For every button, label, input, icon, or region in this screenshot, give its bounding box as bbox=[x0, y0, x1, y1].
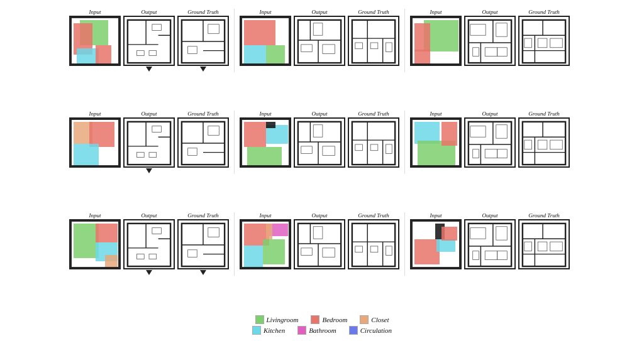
panel-1-2-0: Input bbox=[410, 111, 462, 174]
panel-2-1-2: Ground Truth bbox=[348, 212, 399, 275]
panel-label: Input bbox=[89, 9, 101, 15]
svg-rect-6 bbox=[149, 51, 157, 56]
svg-rect-45 bbox=[538, 38, 547, 48]
panel-2-0-2: Ground Truth bbox=[177, 212, 229, 276]
legend-row-1: KitchenBathroomCirculation bbox=[252, 326, 392, 335]
svg-rect-37 bbox=[470, 24, 486, 36]
panel-label: Ground Truth bbox=[187, 9, 218, 15]
group-0-0: Input Output Ground Truth bbox=[69, 9, 235, 72]
svg-rect-29 bbox=[412, 18, 460, 64]
panel-label: Output bbox=[311, 9, 327, 15]
svg-rect-133 bbox=[523, 224, 565, 266]
svg-rect-47 bbox=[71, 119, 119, 166]
svg-rect-138 bbox=[525, 242, 532, 251]
legend-label: Kitchen bbox=[264, 327, 285, 334]
group-1-0: Input Output Ground Truth bbox=[69, 111, 235, 174]
panel-label: Ground Truth bbox=[528, 111, 559, 117]
svg-rect-139 bbox=[538, 242, 547, 251]
legend-item-0-0: Livingroom bbox=[255, 315, 299, 324]
svg-rect-76 bbox=[412, 119, 460, 166]
panel-1-0-2: Ground Truth bbox=[177, 111, 229, 173]
svg-rect-73 bbox=[355, 144, 363, 151]
panel-2-2-0: Input bbox=[410, 212, 462, 276]
svg-rect-140 bbox=[550, 242, 563, 251]
svg-rect-93 bbox=[550, 140, 563, 149]
panel-label: Input bbox=[260, 9, 272, 15]
panel-0-0-1: Output bbox=[123, 9, 175, 72]
panel-label: Output bbox=[311, 212, 327, 219]
panel-label: Input bbox=[89, 212, 101, 219]
panel-1-0-0: Input bbox=[69, 111, 121, 174]
svg-rect-131 bbox=[470, 228, 486, 239]
panel-0-0-2: Ground Truth bbox=[177, 9, 229, 72]
svg-rect-81 bbox=[473, 149, 479, 158]
svg-rect-35 bbox=[485, 48, 497, 57]
legend-item-0-1: Bedroom bbox=[311, 315, 347, 324]
svg-rect-46 bbox=[550, 38, 563, 48]
panel-label: Output bbox=[141, 212, 157, 219]
svg-rect-74 bbox=[370, 144, 378, 151]
svg-rect-82 bbox=[485, 149, 497, 158]
svg-rect-115 bbox=[313, 227, 323, 239]
legend-label: Bathroom bbox=[309, 327, 336, 334]
svg-rect-129 bbox=[485, 251, 497, 260]
panel-label: Ground Truth bbox=[528, 9, 559, 15]
panel-1-2-1: Output bbox=[464, 111, 516, 173]
group-2-2: Input Output Ground Truth bbox=[410, 212, 575, 276]
legend-label: Circulation bbox=[360, 327, 392, 334]
panel-label: Output bbox=[141, 9, 157, 15]
svg-rect-14 bbox=[242, 18, 289, 64]
svg-rect-99 bbox=[137, 254, 145, 259]
panel-label: Ground Truth bbox=[187, 111, 218, 117]
panel-2-2-1: Output bbox=[464, 212, 516, 275]
panel-label: Input bbox=[260, 111, 272, 117]
legend-label: Livingroom bbox=[267, 316, 299, 323]
svg-rect-77 bbox=[469, 122, 511, 165]
legend-swatch bbox=[360, 315, 369, 324]
panel-label: Ground Truth bbox=[187, 212, 218, 219]
svg-rect-52 bbox=[137, 153, 145, 158]
legend-row-0: LivingroomBedroomCloset bbox=[255, 315, 389, 324]
main-container: Input Output Ground Truth bbox=[0, 5, 644, 337]
legend-item-1-1: Bathroom bbox=[297, 326, 336, 335]
panel-label: Ground Truth bbox=[528, 212, 559, 219]
panel-label: Input bbox=[89, 111, 101, 117]
svg-rect-114 bbox=[323, 248, 335, 257]
svg-rect-19 bbox=[301, 45, 313, 52]
svg-rect-60 bbox=[208, 126, 219, 136]
legend-item-1-0: Kitchen bbox=[252, 326, 285, 335]
svg-rect-20 bbox=[323, 45, 335, 54]
svg-rect-92 bbox=[538, 140, 547, 149]
svg-rect-68 bbox=[313, 125, 323, 138]
group-1-1: Input Output Ground Truth bbox=[240, 111, 405, 174]
panel-2-2-2: Ground Truth bbox=[518, 212, 570, 275]
legend-swatch bbox=[252, 326, 261, 335]
svg-rect-13 bbox=[208, 24, 219, 34]
panel-2-0-1: Output bbox=[123, 212, 175, 276]
legend-label: Closet bbox=[371, 316, 389, 323]
legend-item-1-2: Circulation bbox=[349, 326, 392, 335]
panel-1-2-2: Ground Truth bbox=[518, 111, 570, 173]
svg-rect-132 bbox=[496, 227, 508, 240]
svg-rect-48 bbox=[128, 122, 170, 165]
panel-label: Output bbox=[482, 9, 497, 15]
svg-rect-44 bbox=[525, 38, 532, 48]
svg-rect-101 bbox=[152, 228, 162, 234]
panel-0-2-0: Input bbox=[410, 9, 462, 72]
svg-rect-121 bbox=[370, 246, 378, 252]
svg-rect-67 bbox=[323, 146, 335, 156]
svg-rect-36 bbox=[497, 48, 508, 57]
group-0-1: Input Output Ground Truth bbox=[240, 9, 405, 72]
svg-rect-1 bbox=[128, 20, 170, 63]
main-grid: Input Output Ground Truth bbox=[5, 9, 639, 313]
svg-rect-61 bbox=[242, 119, 289, 166]
panel-0-2-1: Output bbox=[464, 9, 516, 72]
svg-rect-7 bbox=[152, 24, 162, 31]
svg-rect-54 bbox=[152, 126, 162, 133]
svg-rect-94 bbox=[71, 221, 119, 268]
panel-0-1-0: Input bbox=[240, 9, 291, 72]
svg-rect-30 bbox=[469, 20, 511, 63]
svg-rect-83 bbox=[497, 149, 508, 158]
svg-rect-85 bbox=[496, 125, 508, 138]
panel-0-0-0: Input bbox=[69, 9, 121, 72]
